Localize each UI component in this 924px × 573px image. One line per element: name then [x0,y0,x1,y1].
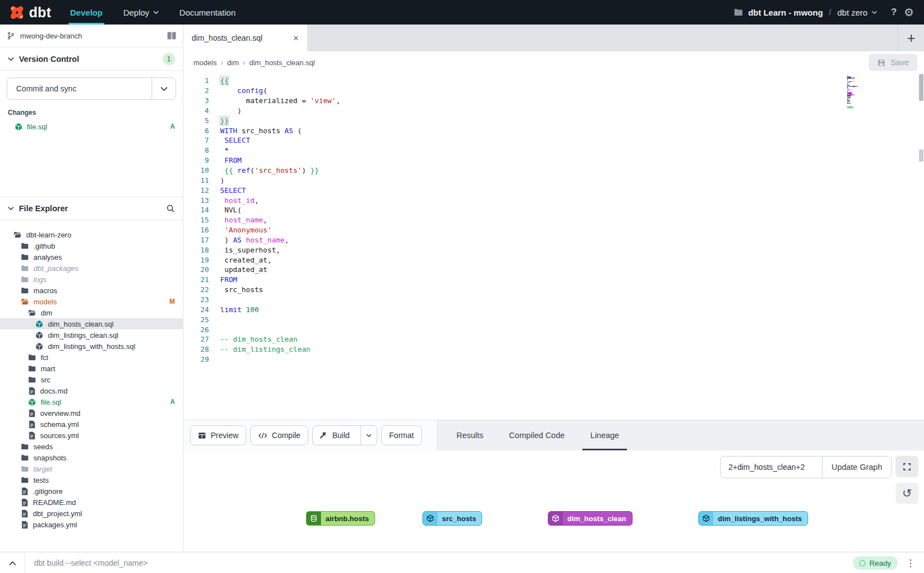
code-line-28[interactable]: 28-- dim_listings_clean [183,344,924,355]
lineage-node-airbnb.hosts[interactable]: airbnb.hosts [306,511,375,526]
tree-item-packages.yml[interactable]: packages.yml [0,519,183,530]
code-line-25[interactable]: 25 [183,314,924,324]
nav-item-deploy[interactable]: Deploy [123,0,159,25]
tree-item-models[interactable]: modelsM [0,296,183,307]
tree-item-seeds[interactable]: seeds [0,441,183,452]
code-line-15[interactable]: 15 host_name, [183,215,924,225]
help-icon[interactable]: ? [891,7,897,18]
editor-scrollbar-segment[interactable] [919,149,923,162]
chevron-up-icon[interactable] [0,561,25,566]
code-line-27[interactable]: 27-- dim_hosts_clean [183,334,924,344]
commit-options-caret[interactable] [152,78,176,99]
tree-item-logs[interactable]: logs [0,274,183,285]
dbt-command-input[interactable] [25,558,853,568]
code-line-14[interactable]: 14 NVL( [183,205,924,215]
tree-item-dbt-learn-zero[interactable]: dbt-learn-zero [0,229,183,240]
tree-item-dbt_packages[interactable]: dbt_packages [0,263,183,274]
lineage-node-dim_listings_with_hosts[interactable]: dim_listings_with_hosts [698,511,808,526]
code-line-26[interactable]: 26 [183,324,924,334]
code-editor[interactable]: 1{{2 config(3 materialized = 'view',4 )5… [183,74,924,420]
search-icon[interactable] [166,204,175,213]
code-line-9[interactable]: 9 FROM [183,156,924,166]
code-line-3[interactable]: 3 materialized = 'view', [183,96,924,106]
build-options-caret[interactable] [361,426,377,445]
code-line-8[interactable]: 8 * [183,145,924,156]
tree-item-.gitignore[interactable]: .gitignore [0,485,183,497]
lineage-node-dim_hosts_clean[interactable]: dim_hosts_clean [548,511,633,526]
tree-item-dim[interactable]: dim [0,307,183,318]
code-line-19[interactable]: 19 created_at, [183,255,924,265]
dbt-logo[interactable]: dbt [9,4,51,21]
code-line-16[interactable]: 16 'Anonymous' [183,225,924,235]
compile-button[interactable]: Compile [250,425,308,445]
close-icon[interactable]: × [293,33,299,43]
code-line-6[interactable]: 6WITH src_hosts AS ( [183,125,924,135]
code-line-13[interactable]: 13 host_id, [183,195,924,205]
tree-item-dim_listings_clean.sql[interactable]: dim_listings_clean.sql [0,329,183,341]
tab-lineage[interactable]: Lineage [590,420,619,450]
commit-and-sync-button[interactable]: Commit and sync [7,77,176,100]
fullscreen-button[interactable] [896,456,918,477]
tree-item-file.sql[interactable]: file.sqlA [0,396,183,407]
format-button[interactable]: Format [381,425,421,445]
editor-scrollbar-thumb[interactable] [919,74,923,101]
tree-item-macros[interactable]: macros [0,285,183,296]
code-line-18[interactable]: 18 is_superhost, [183,245,924,255]
tab-results[interactable]: Results [456,420,483,450]
code-line-20[interactable]: 20 updated_at [183,265,924,275]
tree-item-docs.md[interactable]: docs.md [0,385,183,396]
tree-item-.github[interactable]: .github [0,240,183,251]
split-view-icon[interactable] [167,32,176,40]
save-button[interactable]: Save [869,54,917,71]
code-line-17[interactable]: 17 ) AS host_name, [183,235,924,245]
code-line-10[interactable]: 10 {{ ref('src_hosts') }} [183,166,924,176]
code-line-7[interactable]: 7 SELECT [183,135,924,145]
update-graph-button[interactable]: Update Graph [822,457,891,478]
tree-item-dim_listings_with_hosts.sql[interactable]: dim_listings_with_hosts.sql [0,341,183,352]
tree-item-analyses[interactable]: analyses [0,251,183,263]
tree-item-dbt_project.yml[interactable]: dbt_project.yml [0,508,183,519]
code-line-1[interactable]: 1{{ [183,76,924,86]
nav-item-develop[interactable]: Develop [70,0,103,25]
code-line-24[interactable]: 24limit 100 [183,304,924,314]
preview-button[interactable]: Preview [190,425,246,445]
code-line-22[interactable]: 22 src_hosts [183,285,924,295]
tab-dim-hosts-clean[interactable]: dim_hosts_clean.sql × [183,25,307,51]
code-line-2[interactable]: 2 config( [183,86,924,96]
code-line-11[interactable]: 11) [183,175,924,185]
code-line-4[interactable]: 4 ) [183,106,924,116]
lineage-node-src_hosts[interactable]: src_hosts [422,511,482,526]
tree-item-snapshots[interactable]: snapshots [0,452,183,463]
code-line-29[interactable]: 29 [183,355,924,365]
tree-item-src[interactable]: src [0,374,183,385]
tree-item-mart[interactable]: mart [0,363,183,374]
tree-item-fct[interactable]: fct [0,352,183,363]
changed-file-file.sql[interactable]: file.sqlA [0,120,183,133]
tree-item-README.md[interactable]: README.md [0,497,183,508]
breadcrumb-models[interactable]: models [193,59,217,67]
breadcrumb-dim_hosts_clean.sql[interactable]: dim_hosts_clean.sql [249,59,315,67]
settings-gear-icon[interactable]: ⚙ [904,7,914,18]
environment-select[interactable]: dbt zero [837,8,877,17]
lineage-selector-input[interactable] [721,457,822,478]
breadcrumb-dim[interactable]: dim [227,59,239,67]
tree-item-schema.yml[interactable]: schema.yml [0,419,183,430]
tree-item-tests[interactable]: tests [0,474,183,485]
code-line-5[interactable]: 5}} [183,115,924,125]
reset-view-button[interactable]: ↺ [896,483,918,504]
new-tab-button[interactable]: + [898,25,924,51]
project-name[interactable]: dbt Learn - mwong [748,8,823,17]
nav-item-documentation[interactable]: Documentation [179,0,236,25]
tree-item-dim_hosts_clean.sql[interactable]: dim_hosts_clean.sql [0,318,183,329]
code-line-23[interactable]: 23 [183,295,924,305]
tab-compiled-code[interactable]: Compiled Code [509,420,565,450]
file-explorer-header[interactable]: File Explorer [0,197,183,220]
tree-item-target[interactable]: target [0,463,183,474]
version-control-header[interactable]: Version Control 1 [0,47,183,71]
code-line-12[interactable]: 12SELECT [183,185,924,195]
kebab-menu-icon[interactable]: ⋮ [906,557,915,569]
tree-item-overview.md[interactable]: overview.md [0,407,183,419]
code-line-21[interactable]: 21FROM [183,275,924,285]
tree-item-sources.yml[interactable]: sources.yml [0,430,183,441]
build-button[interactable]: Build [312,425,377,445]
